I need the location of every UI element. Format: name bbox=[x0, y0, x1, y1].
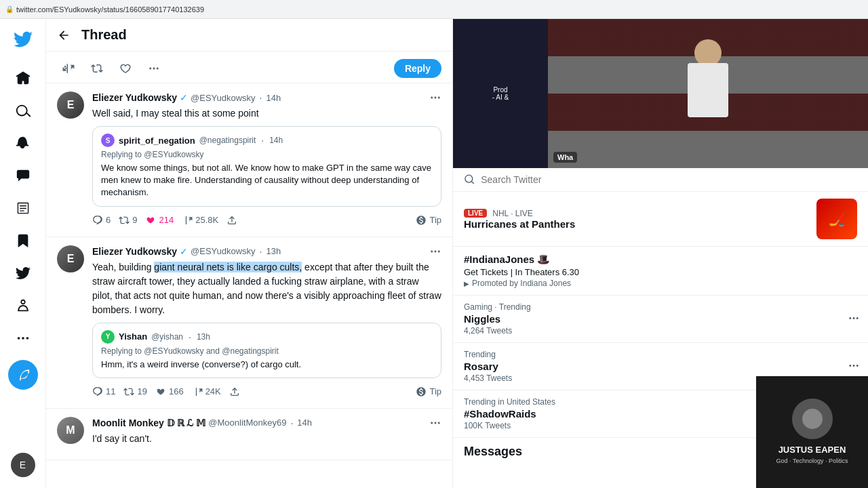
tweet-avatar[interactable]: E bbox=[57, 92, 84, 119]
quote-author-handle: @yishan bbox=[151, 332, 183, 342]
author-name: Moonlit Monkey 𝔻 ℝ ℒ 𝕄 bbox=[92, 418, 205, 428]
sidebar-item-home[interactable] bbox=[8, 63, 38, 93]
search-bar[interactable] bbox=[453, 168, 868, 192]
tweet-time: 14h bbox=[297, 418, 312, 428]
tweet-avatar[interactable]: M bbox=[57, 417, 84, 444]
author-handle: @ESYudkowsky bbox=[191, 246, 256, 256]
trending-more-button[interactable] bbox=[848, 312, 860, 326]
promoted-label: ▶ Promoted by Indiana Jones bbox=[464, 279, 857, 288]
tweet-avatar[interactable]: E bbox=[57, 245, 84, 272]
trending-tag: Niggles bbox=[464, 313, 857, 325]
tweet-actions: 6 9 214 25.8K bbox=[92, 212, 441, 228]
compose-button[interactable] bbox=[8, 360, 38, 390]
video-title: Prod - AI & bbox=[492, 86, 509, 101]
reply-action[interactable]: 11 bbox=[92, 384, 121, 400]
views-action[interactable]: 24K bbox=[192, 384, 226, 400]
trending-more-button[interactable] bbox=[848, 359, 860, 373]
verified-badge: ✓ bbox=[180, 92, 188, 103]
tweet-time: 14h bbox=[267, 93, 281, 103]
search-input[interactable] bbox=[481, 174, 857, 185]
sidebar: E bbox=[0, 19, 46, 488]
tweet-more-button[interactable] bbox=[429, 245, 441, 258]
like-action[interactable]: 214 bbox=[145, 212, 179, 228]
reply-button[interactable]: Reply bbox=[394, 59, 441, 78]
tweet-more-button[interactable] bbox=[429, 417, 441, 429]
share-icon[interactable] bbox=[57, 57, 80, 80]
tweet-item: E Eliezer Yudkowsky ✓ @ESYudkowsky · 13h bbox=[46, 237, 452, 409]
retweet-action[interactable]: 9 bbox=[119, 212, 142, 228]
quote-avatar: Y bbox=[101, 330, 115, 344]
svg-point-1 bbox=[22, 337, 24, 340]
tweet-text: I'd say it can't. bbox=[92, 432, 441, 446]
retweet-action[interactable]: 19 bbox=[123, 384, 152, 400]
reply-action[interactable]: 6 bbox=[92, 212, 116, 228]
sidebar-item-twitter-blue[interactable] bbox=[8, 258, 38, 288]
promoted-icon: ▶ bbox=[464, 280, 469, 287]
ad-overlay[interactable]: JUSTUS EAPEN God · Technology · Politics bbox=[756, 376, 868, 488]
reply-count: 11 bbox=[106, 386, 115, 396]
back-button[interactable] bbox=[57, 28, 71, 42]
tip-label: Tip bbox=[429, 215, 441, 225]
tip-action[interactable]: Tip bbox=[416, 386, 441, 397]
ad-inner: JUSTUS EAPEN God · Technology · Politics bbox=[756, 376, 868, 488]
quote-replying-to: Replying to @ESYudkowsky and @negatingsp… bbox=[101, 346, 433, 356]
tweet-header: Eliezer Yudkowsky ✓ @ESYudkowsky · 14h bbox=[92, 92, 441, 104]
svg-point-0 bbox=[17, 337, 20, 340]
like-count: 214 bbox=[159, 215, 174, 225]
thread-scroll[interactable]: E Eliezer Yudkowsky ✓ @ESYudkowsky · 14h… bbox=[46, 83, 452, 488]
ad-tagline: God · Technology · Politics bbox=[776, 458, 848, 466]
tweet-time: 13h bbox=[267, 246, 281, 256]
tweet-actions: 11 19 166 24K bbox=[92, 384, 441, 400]
promoted-item[interactable]: #IndianaJones 🎩 Get Tickets | In Theater… bbox=[453, 247, 868, 296]
quote-tweet: S spirit_of_negation @negatingspirit · 1… bbox=[92, 126, 441, 207]
trending-count: 4,264 Tweets bbox=[464, 326, 857, 336]
nhl-label: LIVE NHL · LIVE bbox=[464, 209, 816, 218]
reply-count: 6 bbox=[106, 215, 111, 225]
verified-badge: ✓ bbox=[180, 246, 188, 257]
tweet-text: Well said, I may steal this at some poin… bbox=[92, 106, 441, 121]
top-action-bar: Reply bbox=[46, 52, 452, 83]
quote-author-name: spirit_of_negation bbox=[119, 136, 195, 146]
sidebar-item-explore[interactable] bbox=[8, 96, 38, 125]
nhl-image: 🏒 bbox=[816, 199, 857, 239]
url-bar: 🔒 twitter.com/ESYudkowsky/status/1660589… bbox=[0, 0, 868, 19]
like-icon[interactable] bbox=[114, 57, 137, 80]
author-name: Eliezer Yudkowsky bbox=[92, 246, 177, 257]
trending-category: Gaming · Trending bbox=[464, 302, 857, 312]
tweet-body: Eliezer Yudkowsky ✓ @ESYudkowsky · 13h Y… bbox=[92, 245, 441, 400]
tweet-header: Moonlit Monkey 𝔻 ℝ ℒ 𝕄 @MoonlitMonkey69 … bbox=[92, 417, 441, 429]
user-avatar[interactable]: E bbox=[11, 453, 35, 477]
sidebar-item-bookmarks[interactable] bbox=[8, 226, 38, 256]
video-right-panel: Wha bbox=[548, 19, 868, 168]
quote-text: Hmm, it's a weird inverse (converse?) of… bbox=[101, 359, 433, 371]
sidebar-item-notifications[interactable] bbox=[8, 128, 38, 158]
tweet-item: M Moonlit Monkey 𝔻 ℝ ℒ 𝕄 @MoonlitMonkey6… bbox=[46, 409, 452, 460]
like-action[interactable]: 166 bbox=[155, 384, 189, 400]
sidebar-item-messages[interactable] bbox=[8, 161, 38, 190]
tweet-more-button[interactable] bbox=[429, 92, 441, 104]
sidebar-item-more[interactable] bbox=[8, 323, 38, 353]
promoted-hashtag: #IndianaJones 🎩 bbox=[464, 253, 857, 266]
nhl-trending-item[interactable]: LIVE NHL · LIVE Hurricanes at Panthers 🏒 bbox=[453, 192, 868, 247]
highlighted-text: giant neural nets is like cargo cults, bbox=[154, 262, 302, 272]
video-embed[interactable]: Prod - AI & Wha bbox=[453, 19, 868, 168]
lock-icon: 🔒 bbox=[5, 5, 14, 13]
quote-avatar: S bbox=[101, 134, 115, 147]
views-count: 24K bbox=[205, 386, 221, 396]
sidebar-item-lists[interactable] bbox=[8, 193, 38, 223]
retweet-icon[interactable] bbox=[85, 57, 108, 80]
share-action[interactable] bbox=[229, 384, 245, 400]
quote-time: 14h bbox=[269, 136, 283, 145]
search-icon bbox=[464, 174, 475, 186]
tip-label: Tip bbox=[429, 386, 441, 396]
sidebar-item-profile[interactable] bbox=[8, 291, 38, 321]
more-icon[interactable] bbox=[142, 57, 165, 80]
tip-action[interactable]: Tip bbox=[416, 215, 441, 226]
retweet-count: 9 bbox=[132, 215, 137, 225]
twitter-logo[interactable] bbox=[8, 24, 38, 56]
share-action[interactable] bbox=[226, 212, 243, 228]
views-action[interactable]: 25.8K bbox=[182, 212, 224, 228]
trending-category: Trending bbox=[464, 350, 857, 359]
trending-item[interactable]: Gaming · Trending Niggles 4,264 Tweets bbox=[453, 296, 868, 343]
quote-replying-to: Replying to @ESYudkowsky bbox=[101, 150, 433, 159]
